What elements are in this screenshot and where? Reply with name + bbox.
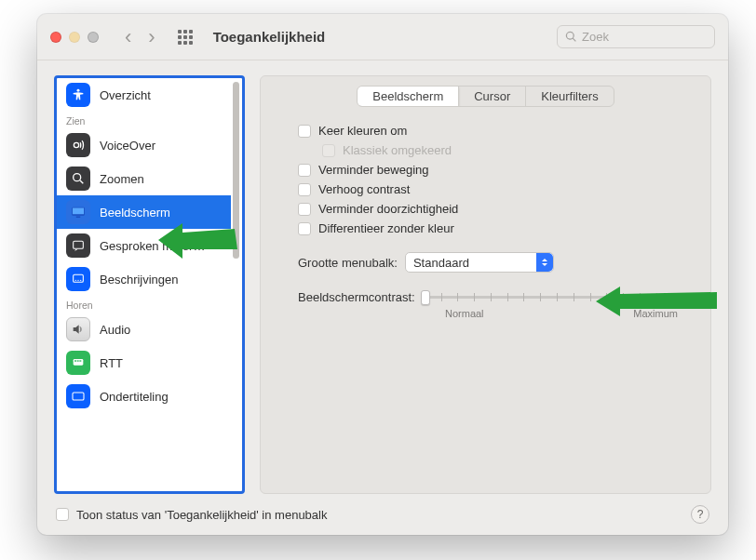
nav-arrows: ‹ › (125, 25, 155, 49)
sidebar-item-voiceover[interactable]: VoiceOver (57, 128, 231, 162)
sidebar-item-beschrijvingen[interactable]: Beschrijvingen (57, 262, 231, 296)
nav-forward-button[interactable]: › (148, 25, 155, 49)
sidebar-item-label: RTT (100, 356, 123, 370)
tab-kleurfilters[interactable]: Kleurfilters (526, 87, 613, 106)
sidebar-item-label: Gesproken mater… (100, 239, 205, 253)
preferences-window: ‹ › Toegankelijkheid Zoek Overzicht Zien (37, 14, 728, 535)
accessibility-icon (66, 83, 90, 107)
search-input[interactable]: Zoek (557, 25, 715, 48)
descriptions-icon (66, 267, 90, 291)
menubar-size-dropdown[interactable]: Standaard (405, 252, 554, 273)
captions-icon (66, 384, 90, 408)
close-window-button[interactable] (50, 32, 61, 43)
svg-rect-13 (77, 360, 79, 361)
display-icon (66, 200, 90, 224)
sidebar-item-zoomen[interactable]: Zoomen (57, 162, 231, 195)
checkbox-label: Klassiek omgekeerd (343, 143, 452, 157)
zoom-window-button[interactable] (88, 32, 99, 43)
svg-rect-11 (74, 359, 84, 366)
sidebar-item-label: Beeldscherm (100, 206, 170, 220)
svg-point-1 (74, 142, 78, 147)
svg-rect-14 (79, 360, 81, 361)
sidebar: Overzicht Zien VoiceOver Zoomen (54, 75, 245, 494)
checkbox-label: Differentieer zonder kleur (318, 221, 454, 235)
svg-point-0 (77, 89, 80, 92)
svg-rect-6 (74, 241, 84, 248)
svg-point-2 (74, 174, 81, 181)
slider-max-label: Maximum (633, 308, 678, 319)
search-placeholder: Zoek (582, 30, 609, 44)
checkbox-icon (298, 222, 311, 235)
show-all-icon[interactable] (178, 30, 193, 45)
nav-back-button[interactable]: ‹ (125, 25, 131, 49)
checkbox-classic-invert: Klassiek omgekeerd (322, 143, 684, 157)
svg-rect-15 (73, 393, 84, 400)
main-panel: Beeldscherm Cursor Kleurfilters Keer kle… (260, 75, 711, 494)
titlebar: ‹ › Toegankelijkheid Zoek (37, 14, 728, 60)
checkbox-icon (298, 203, 311, 216)
chevron-updown-icon (536, 253, 553, 272)
dropdown-value: Standaard (406, 256, 477, 270)
tab-beeldscherm[interactable]: Beeldscherm (358, 87, 459, 106)
checkbox-reduce-motion[interactable]: Verminder beweging (298, 163, 684, 177)
checkbox-reduce-transparency[interactable]: Verminder doorzichtigheid (298, 202, 684, 216)
footer: Toon status van 'Toegankelijkheid' in me… (37, 494, 728, 535)
svg-point-8 (75, 280, 76, 281)
zoom-icon (66, 167, 90, 191)
sidebar-item-label: Ondertiteling (100, 390, 169, 404)
svg-rect-12 (74, 360, 76, 361)
footer-checkbox-label: Toon status van 'Toegankelijkheid' in me… (76, 508, 327, 522)
sidebar-item-ondertiteling[interactable]: Ondertiteling (57, 380, 231, 413)
sidebar-item-label: VoiceOver (100, 139, 155, 153)
checkbox-icon[interactable] (56, 508, 69, 521)
checkbox-increase-contrast[interactable]: Verhoog contrast (298, 182, 684, 196)
page-title: Toegankelijkheid (213, 29, 326, 45)
checkbox-differentiate-color[interactable]: Differentieer zonder kleur (298, 221, 684, 235)
tab-cursor[interactable]: Cursor (459, 87, 526, 106)
checkbox-icon (298, 164, 311, 177)
sidebar-item-label: Overzicht (100, 88, 151, 102)
rtt-icon (66, 351, 90, 375)
sidebar-item-label: Beschrijvingen (100, 273, 179, 287)
minimize-window-button[interactable] (69, 32, 80, 43)
svg-point-9 (77, 280, 78, 281)
checkbox-icon (298, 125, 311, 138)
sidebar-item-overview[interactable]: Overzicht (57, 78, 231, 112)
voiceover-icon (66, 133, 90, 157)
svg-point-10 (80, 280, 81, 281)
checkbox-label: Keer kleuren om (318, 124, 407, 138)
slider-thumb[interactable] (421, 290, 430, 305)
checkbox-icon (298, 183, 311, 196)
slider-min-label: Normaal (445, 308, 484, 319)
sidebar-item-rtt[interactable]: RTT (57, 346, 231, 380)
speak-icon (66, 233, 90, 258)
contrast-slider[interactable] (425, 287, 657, 306)
audio-icon (66, 317, 90, 341)
sidebar-item-gesproken[interactable]: Gesproken mater… (57, 229, 231, 262)
checkbox-label: Verminder beweging (318, 163, 429, 177)
search-icon (565, 31, 577, 43)
checkbox-icon (322, 144, 335, 157)
sidebar-item-audio[interactable]: Audio (57, 313, 231, 346)
sidebar-item-label: Audio (100, 323, 130, 337)
sidebar-section-zien: Zien (57, 112, 231, 128)
checkbox-label: Verminder doorzichtigheid (318, 202, 458, 216)
checkbox-invert-colors[interactable]: Keer kleuren om (298, 124, 684, 138)
svg-rect-5 (76, 217, 81, 219)
svg-rect-7 (74, 274, 84, 282)
checkbox-label: Verhoog contrast (318, 182, 410, 196)
menubar-size-label: Grootte menubalk: (298, 256, 398, 270)
slider-scale-labels: Normaal Maximum (445, 308, 678, 319)
contrast-label: Beeldschermcontrast: (298, 290, 415, 304)
sidebar-item-label: Zoomen (100, 172, 144, 186)
sidebar-section-horen: Horen (57, 296, 231, 313)
help-button[interactable]: ? (691, 505, 709, 524)
sidebar-item-beeldscherm[interactable]: Beeldscherm (57, 195, 231, 229)
sidebar-scrollbar[interactable] (233, 82, 239, 259)
traffic-lights (50, 32, 99, 43)
svg-rect-4 (73, 208, 84, 215)
segmented-control: Beeldscherm Cursor Kleurfilters (357, 86, 614, 107)
